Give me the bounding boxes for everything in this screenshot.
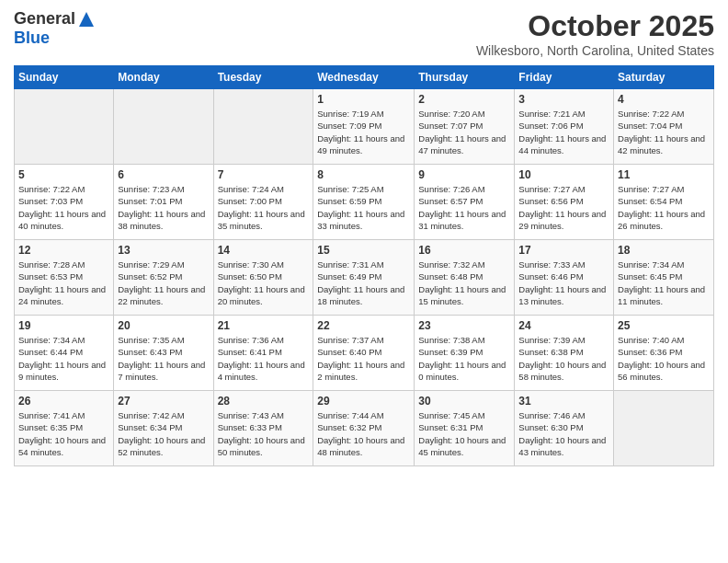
cell-w5-d1: 27Sunrise: 7:42 AM Sunset: 6:34 PM Dayli…	[114, 391, 213, 466]
day-number: 21	[218, 319, 310, 332]
cell-w2-d4: 9Sunrise: 7:26 AM Sunset: 6:57 PM Daylig…	[415, 165, 515, 240]
cell-w5-d4: 30Sunrise: 7:45 AM Sunset: 6:31 PM Dayli…	[415, 391, 515, 466]
day-number: 4	[618, 93, 710, 106]
day-number: 1	[317, 93, 410, 106]
day-number: 24	[518, 319, 609, 332]
day-number: 8	[317, 168, 410, 181]
day-info: Sunrise: 7:20 AM Sunset: 7:07 PM Dayligh…	[418, 108, 510, 156]
day-number: 27	[118, 395, 209, 408]
cell-w2-d6: 11Sunrise: 7:27 AM Sunset: 6:54 PM Dayli…	[614, 165, 714, 240]
cell-w4-d2: 21Sunrise: 7:36 AM Sunset: 6:41 PM Dayli…	[213, 316, 313, 391]
day-info: Sunrise: 7:40 AM Sunset: 6:36 PM Dayligh…	[618, 334, 710, 383]
cell-w1-d3: 1Sunrise: 7:19 AM Sunset: 7:09 PM Daylig…	[313, 89, 415, 165]
day-number: 16	[418, 244, 510, 257]
page: General Blue October 2025 Wilkesboro, No…	[0, 0, 728, 563]
day-number: 7	[218, 168, 310, 181]
day-info: Sunrise: 7:45 AM Sunset: 6:31 PM Dayligh…	[418, 409, 510, 458]
month-title: October 2025	[476, 9, 714, 43]
day-info: Sunrise: 7:29 AM Sunset: 6:52 PM Dayligh…	[118, 259, 209, 307]
day-info: Sunrise: 7:44 AM Sunset: 6:32 PM Dayligh…	[317, 409, 410, 458]
cell-w4-d5: 24Sunrise: 7:39 AM Sunset: 6:38 PM Dayli…	[515, 316, 614, 391]
cell-w1-d4: 2Sunrise: 7:20 AM Sunset: 7:07 PM Daylig…	[415, 89, 515, 165]
week-row-5: 26Sunrise: 7:41 AM Sunset: 6:35 PM Dayli…	[15, 391, 714, 466]
day-number: 29	[317, 395, 410, 408]
day-number: 3	[518, 93, 609, 106]
day-info: Sunrise: 7:26 AM Sunset: 6:57 PM Dayligh…	[418, 183, 510, 232]
day-number: 17	[518, 244, 609, 257]
cell-w3-d0: 12Sunrise: 7:28 AM Sunset: 6:53 PM Dayli…	[15, 240, 114, 316]
day-info: Sunrise: 7:32 AM Sunset: 6:48 PM Dayligh…	[418, 259, 510, 307]
logo-blue-text: Blue	[14, 29, 50, 47]
day-info: Sunrise: 7:36 AM Sunset: 6:41 PM Dayligh…	[218, 334, 310, 383]
day-info: Sunrise: 7:30 AM Sunset: 6:50 PM Dayligh…	[218, 259, 310, 307]
week-row-1: 1Sunrise: 7:19 AM Sunset: 7:09 PM Daylig…	[15, 89, 714, 165]
day-number: 5	[18, 168, 109, 181]
title-block: October 2025 Wilkesboro, North Carolina,…	[476, 9, 714, 58]
day-number: 30	[418, 395, 510, 408]
th-thursday: Thursday	[415, 66, 515, 89]
day-number: 28	[218, 395, 310, 408]
day-info: Sunrise: 7:28 AM Sunset: 6:53 PM Dayligh…	[18, 259, 109, 307]
day-info: Sunrise: 7:41 AM Sunset: 6:35 PM Dayligh…	[18, 409, 109, 458]
day-info: Sunrise: 7:43 AM Sunset: 6:33 PM Dayligh…	[218, 409, 310, 458]
th-friday: Friday	[515, 66, 614, 89]
cell-w4-d4: 23Sunrise: 7:38 AM Sunset: 6:39 PM Dayli…	[415, 316, 515, 391]
day-info: Sunrise: 7:42 AM Sunset: 6:34 PM Dayligh…	[118, 409, 209, 458]
day-number: 31	[518, 395, 609, 408]
cell-w5-d2: 28Sunrise: 7:43 AM Sunset: 6:33 PM Dayli…	[213, 391, 313, 466]
cell-w2-d5: 10Sunrise: 7:27 AM Sunset: 6:56 PM Dayli…	[515, 165, 614, 240]
cell-w1-d5: 3Sunrise: 7:21 AM Sunset: 7:06 PM Daylig…	[515, 89, 614, 165]
cell-w1-d1	[114, 89, 213, 165]
day-number: 19	[18, 319, 109, 332]
week-row-3: 12Sunrise: 7:28 AM Sunset: 6:53 PM Dayli…	[15, 240, 714, 316]
day-number: 25	[618, 319, 710, 332]
day-info: Sunrise: 7:27 AM Sunset: 6:54 PM Dayligh…	[618, 183, 710, 232]
day-number: 15	[317, 244, 410, 257]
day-info: Sunrise: 7:38 AM Sunset: 6:39 PM Dayligh…	[418, 334, 510, 383]
cell-w3-d1: 13Sunrise: 7:29 AM Sunset: 6:52 PM Dayli…	[114, 240, 213, 316]
cell-w4-d0: 19Sunrise: 7:34 AM Sunset: 6:44 PM Dayli…	[15, 316, 114, 391]
cell-w4-d6: 25Sunrise: 7:40 AM Sunset: 6:36 PM Dayli…	[614, 316, 714, 391]
week-row-2: 5Sunrise: 7:22 AM Sunset: 7:03 PM Daylig…	[15, 165, 714, 240]
day-number: 2	[418, 93, 510, 106]
cell-w3-d5: 17Sunrise: 7:33 AM Sunset: 6:46 PM Dayli…	[515, 240, 614, 316]
day-number: 10	[518, 168, 609, 181]
day-info: Sunrise: 7:24 AM Sunset: 7:00 PM Dayligh…	[218, 183, 310, 232]
cell-w2-d2: 7Sunrise: 7:24 AM Sunset: 7:00 PM Daylig…	[213, 165, 313, 240]
svg-marker-0	[79, 12, 94, 27]
day-number: 13	[118, 244, 209, 257]
th-wednesday: Wednesday	[313, 66, 415, 89]
cell-w2-d3: 8Sunrise: 7:25 AM Sunset: 6:59 PM Daylig…	[313, 165, 415, 240]
day-info: Sunrise: 7:35 AM Sunset: 6:43 PM Dayligh…	[118, 334, 209, 383]
day-info: Sunrise: 7:39 AM Sunset: 6:38 PM Dayligh…	[518, 334, 609, 383]
day-info: Sunrise: 7:27 AM Sunset: 6:56 PM Dayligh…	[518, 183, 609, 232]
cell-w1-d2	[213, 89, 313, 165]
logo-icon	[77, 10, 96, 29]
location: Wilkesboro, North Carolina, United State…	[476, 43, 714, 58]
cell-w3-d2: 14Sunrise: 7:30 AM Sunset: 6:50 PM Dayli…	[213, 240, 313, 316]
day-info: Sunrise: 7:22 AM Sunset: 7:04 PM Dayligh…	[618, 108, 710, 156]
day-info: Sunrise: 7:22 AM Sunset: 7:03 PM Dayligh…	[18, 183, 109, 232]
cell-w5-d0: 26Sunrise: 7:41 AM Sunset: 6:35 PM Dayli…	[15, 391, 114, 466]
weekday-header-row: Sunday Monday Tuesday Wednesday Thursday…	[15, 66, 714, 89]
day-number: 22	[317, 319, 410, 332]
cell-w5-d5: 31Sunrise: 7:46 AM Sunset: 6:30 PM Dayli…	[515, 391, 614, 466]
logo-general-text: General	[14, 9, 75, 29]
day-info: Sunrise: 7:34 AM Sunset: 6:44 PM Dayligh…	[18, 334, 109, 383]
th-sunday: Sunday	[15, 66, 114, 89]
cell-w1-d6: 4Sunrise: 7:22 AM Sunset: 7:04 PM Daylig…	[614, 89, 714, 165]
cell-w5-d6	[614, 391, 714, 466]
day-info: Sunrise: 7:37 AM Sunset: 6:40 PM Dayligh…	[317, 334, 410, 383]
cell-w1-d0	[15, 89, 114, 165]
day-info: Sunrise: 7:34 AM Sunset: 6:45 PM Dayligh…	[618, 259, 710, 307]
day-info: Sunrise: 7:25 AM Sunset: 6:59 PM Dayligh…	[317, 183, 410, 232]
cell-w4-d3: 22Sunrise: 7:37 AM Sunset: 6:40 PM Dayli…	[313, 316, 415, 391]
cell-w4-d1: 20Sunrise: 7:35 AM Sunset: 6:43 PM Dayli…	[114, 316, 213, 391]
day-number: 11	[618, 168, 710, 181]
th-tuesday: Tuesday	[213, 66, 313, 89]
cell-w5-d3: 29Sunrise: 7:44 AM Sunset: 6:32 PM Dayli…	[313, 391, 415, 466]
day-info: Sunrise: 7:23 AM Sunset: 7:01 PM Dayligh…	[118, 183, 209, 232]
header: General Blue October 2025 Wilkesboro, No…	[14, 9, 714, 58]
cell-w2-d0: 5Sunrise: 7:22 AM Sunset: 7:03 PM Daylig…	[15, 165, 114, 240]
day-number: 26	[18, 395, 109, 408]
